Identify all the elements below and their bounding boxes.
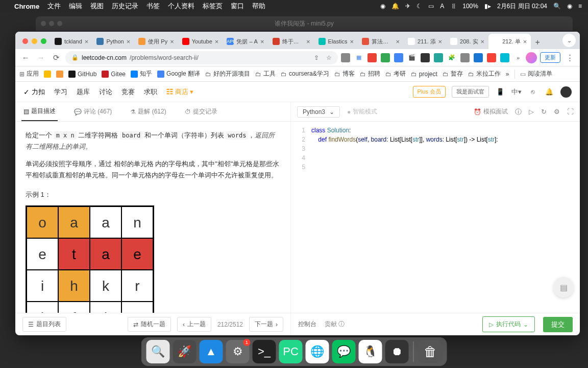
settings-icon[interactable]: ⚙: [554, 108, 560, 116]
share-icon[interactable]: ⇪: [314, 54, 319, 61]
language-button[interactable]: 中 ▾: [511, 87, 522, 97]
ext-icon[interactable]: [381, 53, 390, 62]
menu-edit[interactable]: 编辑: [69, 2, 82, 11]
telegram-icon[interactable]: ✈: [405, 3, 410, 10]
tab-submissions[interactable]: ⏱提交记录: [183, 102, 219, 121]
bookmark-item[interactable]: Gitee: [102, 71, 126, 78]
reading-list[interactable]: ▭阅读清单: [520, 70, 552, 78]
plus-member-button[interactable]: Plus 会员: [413, 86, 446, 98]
smart-mode-toggle[interactable]: ●智能模式: [347, 107, 377, 116]
bookmark-item[interactable]: [56, 71, 63, 78]
dock-app-icon[interactable]: 🐧: [359, 340, 382, 363]
input-icon[interactable]: A: [440, 3, 444, 10]
datetime[interactable]: 2月6日 周日 02:04: [497, 2, 547, 11]
bookmark-folder[interactable]: 🗀招聘: [360, 70, 380, 78]
close-window-button[interactable]: [22, 38, 28, 44]
bookmark-folder[interactable]: 🗀好的开源项目: [205, 70, 250, 78]
leetcode-logo[interactable]: ✓ 力扣: [23, 87, 45, 97]
close-tab-icon[interactable]: ×: [481, 38, 485, 45]
update-button[interactable]: 更新: [540, 52, 560, 63]
contribution-link[interactable]: 贡献ⓘ: [325, 320, 345, 329]
close-tab-icon[interactable]: ×: [396, 38, 400, 45]
ext-icon[interactable]: [341, 53, 350, 62]
trash-icon[interactable]: 🗑: [419, 340, 442, 363]
dock-app-icon[interactable]: ⚙1: [226, 340, 250, 363]
wifi-icon[interactable]: ⧛: [450, 3, 456, 10]
tab-comments[interactable]: 💬评论 (467): [72, 102, 114, 121]
problem-list-button[interactable]: ☰题目列表: [22, 317, 66, 332]
close-tab-icon[interactable]: ×: [523, 38, 527, 45]
maximize-window-button[interactable]: [41, 38, 46, 44]
ext-icon[interactable]: [421, 53, 430, 62]
reload-button[interactable]: ⟳: [50, 52, 62, 64]
ext-icon[interactable]: [474, 53, 483, 62]
close-tab-icon[interactable]: ×: [438, 38, 443, 45]
nav-learn[interactable]: 学习: [54, 87, 67, 97]
menu-file[interactable]: 文件: [47, 2, 61, 11]
nav-problems[interactable]: 题库: [77, 87, 90, 97]
tab-description[interactable]: ▤题目描述: [21, 102, 58, 121]
ext-icon[interactable]: [368, 53, 377, 62]
bookmark-item[interactable]: [44, 71, 51, 78]
tab-dropdown-button[interactable]: ⌄: [562, 34, 576, 47]
ext-icon[interactable]: [500, 53, 509, 62]
apps-button[interactable]: ⊞应用: [19, 70, 39, 78]
menu-view[interactable]: 视图: [90, 2, 104, 11]
close-tab-icon[interactable]: ×: [215, 38, 219, 45]
info-icon[interactable]: ⓘ: [515, 107, 522, 117]
star-icon[interactable]: ☆: [326, 54, 332, 61]
browser-tab[interactable]: 算法知识×: [358, 34, 404, 49]
menu-history[interactable]: 历史记录: [112, 2, 138, 11]
submit-button[interactable]: 提交: [543, 317, 573, 332]
spotlight-icon[interactable]: 🔍: [553, 3, 561, 10]
browser-tab[interactable]: 212. 单×: [488, 34, 531, 49]
mock-interview-button[interactable]: ⏰模拟面试: [474, 107, 508, 116]
ext-icon[interactable]: 🧩: [447, 53, 456, 62]
ext-icon[interactable]: [460, 53, 470, 62]
menu-profile[interactable]: 个人资料: [168, 2, 194, 11]
language-selector[interactable]: Python3⌄: [297, 106, 340, 118]
app-name[interactable]: Chrome: [14, 3, 39, 10]
bell-icon[interactable]: 🔔: [544, 87, 554, 97]
browser-tab[interactable]: 使用 Py×: [134, 34, 178, 49]
dock-app-icon[interactable]: >_: [253, 340, 276, 363]
feedback-fab[interactable]: ▤: [553, 277, 574, 297]
menu-window[interactable]: 窗口: [231, 2, 244, 11]
browser-tab[interactable]: Elastics×: [314, 34, 358, 49]
menu-help[interactable]: 帮助: [252, 2, 265, 11]
bookmark-folder[interactable]: 🗀米拉工作: [468, 70, 501, 78]
browser-tab[interactable]: 终于有人×: [268, 34, 314, 49]
browser-tab[interactable]: API凭据 – A×: [223, 34, 268, 49]
menu-bookmarks[interactable]: 书签: [146, 2, 160, 11]
dock-app-icon[interactable]: PC: [279, 340, 303, 363]
close-tab-icon[interactable]: ×: [260, 38, 264, 45]
bookmark-folder[interactable]: 🗀暂存: [443, 70, 463, 78]
chrome-menu-button[interactable]: ⋮: [564, 52, 576, 64]
ext-icon[interactable]: [434, 53, 443, 62]
bookmark-item[interactable]: GitHub: [68, 71, 96, 78]
new-tab-button[interactable]: +: [531, 36, 544, 49]
code-editor[interactable]: 1class Solution:2 def findWords(self, bo…: [291, 122, 580, 313]
extensions-button[interactable]: »: [513, 53, 523, 62]
bookmark-item[interactable]: 知乎: [131, 70, 152, 78]
browser-tab[interactable]: 208. 实×: [446, 34, 488, 49]
bookmark-folder[interactable]: 🗀工具: [255, 70, 276, 78]
status-icon[interactable]: ◉: [380, 3, 385, 10]
nav-contest[interactable]: 竞赛: [121, 87, 135, 97]
close-tab-icon[interactable]: ×: [350, 38, 354, 45]
console-button[interactable]: 控制台: [298, 320, 316, 329]
back-button[interactable]: ←: [19, 52, 32, 64]
nav-discuss[interactable]: 讨论: [99, 87, 112, 97]
browser-tab[interactable]: tckland×: [51, 34, 92, 49]
status-icon[interactable]: 🔔: [391, 3, 399, 10]
user-avatar[interactable]: [560, 86, 572, 98]
bookmark-more[interactable]: »: [506, 71, 509, 78]
random-problem-button[interactable]: ⇄随机一题: [128, 317, 171, 332]
interviewer-button[interactable]: 我是面试官: [452, 86, 489, 98]
ext-icon[interactable]: [394, 53, 403, 62]
reset-icon[interactable]: ↻: [541, 108, 547, 116]
menubar-menu-icon[interactable]: ≡: [578, 3, 582, 10]
browser-tab[interactable]: Python×: [92, 34, 134, 49]
ext-icon[interactable]: 🎬: [407, 53, 416, 62]
dock-app-icon[interactable]: ▲: [200, 340, 223, 363]
